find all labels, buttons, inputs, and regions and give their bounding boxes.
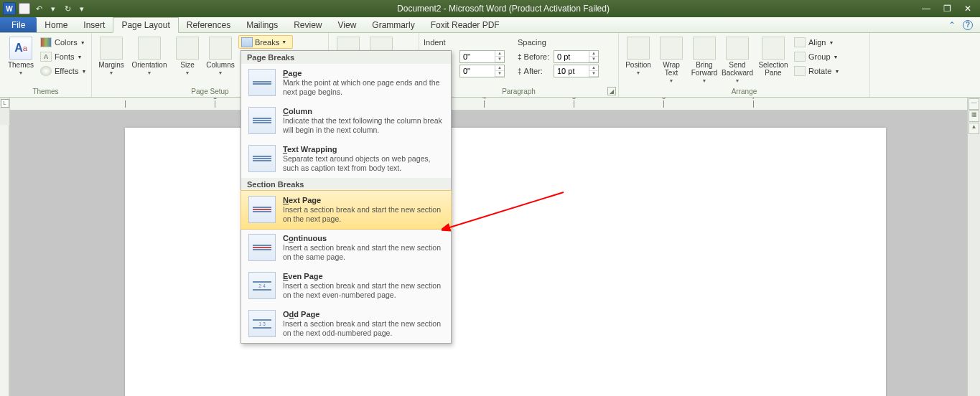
minimize-button[interactable]: — — [922, 4, 930, 14]
breaks-icon — [241, 37, 253, 47]
left-gutter: L — [0, 98, 10, 396]
undo-icon[interactable]: ↶ — [33, 3, 45, 14]
themes-icon: Aa — [9, 37, 32, 60]
tab-mailings[interactable]: Mailings — [238, 17, 286, 32]
group-button[interactable]: Group ▼ — [794, 50, 839, 64]
before-icon: ‡ — [518, 53, 522, 61]
scroll-split-icon[interactable]: — — [969, 98, 979, 110]
save-icon[interactable] — [19, 3, 30, 14]
align-button[interactable]: Align ▼ — [794, 35, 839, 50]
vertical-ruler[interactable] — [0, 125, 9, 396]
tab-page-layout[interactable]: Page Layout — [113, 17, 178, 33]
themes-group: Aa Themes ▼ Colors ▼ AFonts ▼ Effects ▼ … — [0, 33, 92, 97]
orientation-icon — [138, 37, 161, 60]
break-text-wrapping-item[interactable]: Text WrappingSeparate text around object… — [241, 140, 451, 178]
ribbon: Aa Themes ▼ Colors ▼ AFonts ▼ Effects ▼ … — [0, 33, 980, 98]
page-break-icon — [248, 69, 276, 96]
window-controls: — ❐ ✕ — [916, 4, 977, 14]
title-bar: W ↶ ▾ ↻ ▾ Document2 - Microsoft Word (Pr… — [0, 0, 980, 17]
file-tab[interactable]: File — [0, 17, 37, 32]
ruler-toggle-icon[interactable]: ▦ — [969, 110, 979, 122]
spacing-header: Spacing — [518, 35, 599, 50]
quick-access-toolbar: W ↶ ▾ ↻ ▾ — [0, 2, 90, 15]
document-page[interactable] — [125, 128, 886, 396]
bring-forward-icon — [693, 37, 716, 60]
bring-forward-button[interactable]: Bring Forward▼ — [689, 35, 719, 85]
page-breaks-header: Page Breaks — [241, 51, 451, 64]
scroll-up-icon[interactable]: ▲ — [969, 123, 979, 134]
tab-references[interactable]: References — [179, 17, 238, 32]
after-icon: ‡ — [518, 67, 522, 75]
colors-button[interactable]: Colors ▼ — [40, 35, 86, 50]
selection-pane-icon — [762, 37, 785, 60]
qat-more-icon[interactable]: ▾ — [76, 3, 88, 14]
break-column-item[interactable]: ColumnIndicate that the text following t… — [241, 102, 451, 140]
effects-icon — [40, 66, 52, 76]
odd-page-break-icon: 1 3 — [248, 310, 276, 337]
wrap-text-icon — [660, 37, 683, 60]
tab-selector[interactable]: L — [1, 99, 9, 108]
paragraph-launcher[interactable]: ◢ — [607, 87, 616, 95]
ribbon-tabs: File Home Insert Page Layout References … — [0, 17, 980, 33]
columns-button[interactable]: Columns▼ — [205, 35, 235, 77]
paragraph-group-label: Paragraph — [424, 86, 614, 97]
margins-icon — [100, 37, 123, 60]
spacing-before-label: ‡Before: — [518, 52, 551, 61]
tab-insert[interactable]: Insert — [75, 17, 113, 32]
arrange-group-label: Arrange — [623, 86, 865, 97]
selection-pane-button[interactable]: Selection Pane — [755, 35, 791, 78]
wrap-text-button[interactable]: Wrap Text▼ — [656, 35, 686, 85]
refresh-icon[interactable]: ↻ — [62, 3, 73, 14]
group-icon — [794, 52, 806, 62]
themes-button[interactable]: Aa Themes ▼ — [4, 35, 37, 77]
indent-left-input[interactable]: ▲▼ — [459, 50, 505, 63]
break-page-item[interactable]: PageMark the point at which one page end… — [241, 64, 451, 102]
break-continuous-item[interactable]: ContinuousInsert a section break and sta… — [241, 229, 451, 267]
margins-button[interactable]: Margins▼ — [96, 35, 126, 77]
send-backward-icon — [726, 37, 749, 60]
window-title: Document2 - Microsoft Word (Product Acti… — [90, 4, 916, 14]
maximize-button[interactable]: ❐ — [943, 4, 951, 14]
tab-review[interactable]: Review — [286, 17, 330, 32]
columns-icon — [209, 37, 232, 60]
continuous-break-icon — [248, 234, 276, 261]
workspace: L 1 2 3 4 5 6 7 — ▦ ▲ — [0, 98, 980, 396]
chevron-down-icon: ▼ — [19, 70, 24, 75]
fonts-icon: A — [40, 52, 52, 62]
themes-group-label: Themes — [4, 86, 87, 97]
fonts-button[interactable]: AFonts ▼ — [40, 50, 86, 64]
send-backward-button[interactable]: Send Backward▼ — [722, 35, 752, 85]
indent-right-input[interactable]: ▲▼ — [459, 65, 505, 77]
help-icon[interactable]: ? — [963, 20, 973, 30]
break-even-page-item[interactable]: 2 4 Even PageInsert a section break and … — [241, 267, 451, 305]
indent-header: Indent — [424, 35, 505, 50]
size-button[interactable]: Size▼ — [172, 35, 202, 77]
align-icon — [794, 37, 806, 47]
next-page-break-icon — [248, 196, 276, 223]
orientation-button[interactable]: Orientation▼ — [129, 35, 169, 77]
document-area: 1 2 3 4 5 6 7 — [10, 98, 967, 396]
tab-foxit[interactable]: Foxit Reader PDF — [423, 17, 508, 32]
ribbon-minimize-icon[interactable]: ⌃ — [948, 20, 956, 30]
rotate-button[interactable]: Rotate ▼ — [794, 64, 839, 78]
even-page-break-icon: 2 4 — [248, 272, 276, 299]
close-button[interactable]: ✕ — [964, 4, 971, 14]
tab-home[interactable]: Home — [37, 17, 75, 32]
word-app-icon[interactable]: W — [3, 2, 16, 15]
arrange-group: Position▼ Wrap Text▼ Bring Forward▼ Send… — [619, 33, 870, 97]
text-wrapping-icon — [248, 145, 276, 172]
tab-view[interactable]: View — [330, 17, 365, 32]
breaks-button[interactable]: Breaks ▼ — [238, 35, 293, 49]
effects-button[interactable]: Effects ▼ — [40, 64, 86, 78]
spacing-after-input[interactable]: ▲▼ — [554, 65, 599, 77]
tab-grammarly[interactable]: Grammarly — [364, 17, 422, 32]
position-button[interactable]: Position▼ — [623, 35, 653, 77]
redo-icon[interactable]: ▾ — [47, 3, 59, 14]
break-next-page-item[interactable]: Next PageInsert a section break and star… — [241, 190, 452, 230]
spacing-after-label: ‡After: — [518, 67, 551, 75]
spacing-before-input[interactable]: ▲▼ — [554, 50, 599, 63]
break-odd-page-item[interactable]: 1 3 Odd PageInsert a section break and s… — [241, 305, 451, 343]
horizontal-ruler[interactable]: 1 2 3 4 5 6 7 — [10, 98, 967, 110]
vertical-scrollbar[interactable]: — ▦ ▲ — [967, 98, 980, 396]
size-icon — [176, 37, 199, 60]
